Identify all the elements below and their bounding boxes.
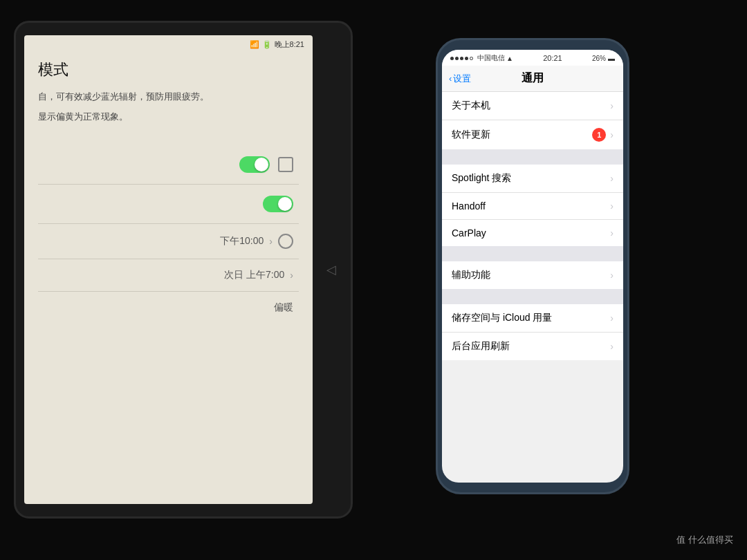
tablet-desc2: 显示偏黄为正常现象。 [38, 110, 299, 124]
software-update-label: 软件更新 [452, 129, 490, 141]
carplay-label: CarPlay [452, 227, 486, 239]
tablet-back-button[interactable]: ◁ [320, 259, 342, 281]
watermark-logo: 值 [676, 534, 688, 545]
phone-status-bar: 中国电信 ▲ 20:21 26% ▬ [442, 50, 623, 66]
storage-right: › [610, 312, 614, 324]
tablet-page-title: 模式 [38, 59, 299, 80]
tablet-battery-icon: 🔋 [262, 40, 272, 49]
software-update-chevron: › [610, 129, 614, 140]
tablet-time: 晚上8:21 [275, 39, 304, 50]
nav-back-label: 设置 [453, 73, 471, 85]
tablet-status-bar: 📶 🔋 晚上8:21 [24, 35, 313, 53]
settings-item-spotlight[interactable]: Spotlight 搜索 › [442, 165, 623, 193]
dot2 [455, 57, 459, 60]
settings-item-about[interactable]: 关于本机 › [442, 92, 623, 120]
tablet-toggle1[interactable] [239, 156, 270, 173]
settings-section-4: 储存空间与 iCloud 用量 › 后台应用刷新 › [442, 304, 623, 360]
section-gap-3 [442, 289, 623, 304]
status-right: 26% ▬ [592, 55, 615, 62]
tablet-checkbox1[interactable] [278, 157, 293, 172]
watermark: 值 什么值得买 [676, 533, 733, 546]
phone-nav-bar: ‹ 设置 通用 [442, 66, 623, 92]
tablet-desc1: 自，可有效减少蓝光辐射，预防用眼疲劳。 [38, 90, 299, 104]
accessibility-right: › [610, 270, 614, 281]
background-refresh-label: 后台应用刷新 [452, 340, 510, 353]
settings-item-software-update[interactable]: 软件更新 1 › [442, 120, 623, 149]
handoff-chevron: › [610, 200, 614, 212]
carplay-right: › [610, 227, 614, 239]
update-badge: 1 [592, 128, 606, 142]
storage-label: 储存空间与 iCloud 用量 [452, 312, 552, 324]
nav-back-button[interactable]: ‹ 设置 [449, 73, 471, 85]
phone-wifi-icon: ▲ [506, 55, 513, 62]
tablet-chevron1: › [269, 236, 273, 247]
settings-item-storage[interactable]: 储存空间与 iCloud 用量 › [442, 304, 623, 333]
settings-section-1: 关于本机 › 软件更新 1 › [442, 92, 623, 149]
dot3 [460, 57, 463, 60]
software-update-right: 1 › [592, 128, 614, 142]
about-right: › [610, 100, 614, 111]
battery-percent: 26% [592, 55, 606, 62]
tablet-screen: 📶 🔋 晚上8:21 模式 自，可有效减少蓝光辐射，预防用眼疲劳。 显示偏黄为正… [24, 35, 313, 504]
signal-dots [450, 57, 473, 60]
about-chevron: › [610, 100, 614, 111]
spotlight-chevron: › [610, 173, 614, 184]
section-gap-1 [442, 149, 623, 165]
storage-chevron: › [610, 312, 614, 324]
settings-item-carplay[interactable]: CarPlay › [442, 220, 623, 246]
watermark-text: 什么值得买 [688, 534, 733, 545]
background-refresh-chevron: › [610, 341, 614, 352]
dot1 [450, 57, 454, 60]
accessibility-label: 辅助功能 [452, 269, 490, 281]
settings-section-2: Spotlight 搜索 › Handoff › CarPlay › [442, 165, 623, 246]
tablet-device: 📶 🔋 晚上8:21 模式 自，可有效减少蓝光辐射，预防用眼疲劳。 显示偏黄为正… [14, 21, 353, 519]
settings-section-3: 辅助功能 › [442, 261, 623, 289]
tablet-time2: 次日 上午7:00 [224, 269, 284, 281]
tablet-time-row2[interactable]: 次日 上午7:00 › [38, 259, 299, 292]
tablet-content: 模式 自，可有效减少蓝光辐射，预防用眼疲劳。 显示偏黄为正常现象。 下午10:0… [24, 53, 313, 330]
tablet-rows: 下午10:00 › 次日 上午7:00 › 偏暖 [38, 145, 299, 324]
status-left: 中国电信 ▲ [450, 53, 513, 63]
handoff-right: › [610, 200, 614, 212]
tablet-warm-label: 偏暖 [274, 301, 293, 314]
dot5 [470, 57, 473, 60]
back-chevron-icon: ‹ [449, 73, 452, 84]
tablet-chevron2: › [290, 270, 293, 281]
carplay-chevron: › [610, 227, 614, 239]
nav-title: 通用 [522, 71, 544, 86]
phone-device: 中国电信 ▲ 20:21 26% ▬ ‹ 设置 通用 关于本机 [436, 38, 629, 494]
battery-icon: ▬ [608, 55, 615, 62]
spotlight-label: Spotlight 搜索 [452, 172, 511, 185]
section-gap-2 [442, 246, 623, 261]
tablet-circle1 [278, 234, 293, 249]
settings-list: 关于本机 › 软件更新 1 › Spotlight 搜索 [442, 92, 623, 360]
dot4 [465, 57, 468, 60]
carrier-text: 中国电信 [477, 53, 505, 63]
spotlight-right: › [610, 173, 614, 184]
settings-item-background-refresh[interactable]: 后台应用刷新 › [442, 333, 623, 360]
tablet-toggle-row1 [38, 145, 299, 185]
accessibility-chevron: › [610, 270, 614, 281]
background-refresh-right: › [610, 341, 614, 352]
phone-status-time: 20:21 [543, 54, 562, 62]
settings-item-handoff[interactable]: Handoff › [442, 193, 623, 220]
about-label: 关于本机 [452, 100, 490, 112]
tablet-toggle2[interactable] [263, 196, 293, 212]
settings-item-accessibility[interactable]: 辅助功能 › [442, 261, 623, 289]
phone-screen: 中国电信 ▲ 20:21 26% ▬ ‹ 设置 通用 关于本机 [442, 50, 623, 483]
tablet-toggle-row2 [38, 185, 299, 224]
handoff-label: Handoff [452, 200, 486, 212]
tablet-time-row1[interactable]: 下午10:00 › [38, 224, 299, 259]
tablet-time1: 下午10:00 [220, 235, 264, 248]
tablet-wifi-icon: 📶 [250, 40, 259, 49]
tablet-warm-label-row: 偏暖 [38, 292, 299, 324]
